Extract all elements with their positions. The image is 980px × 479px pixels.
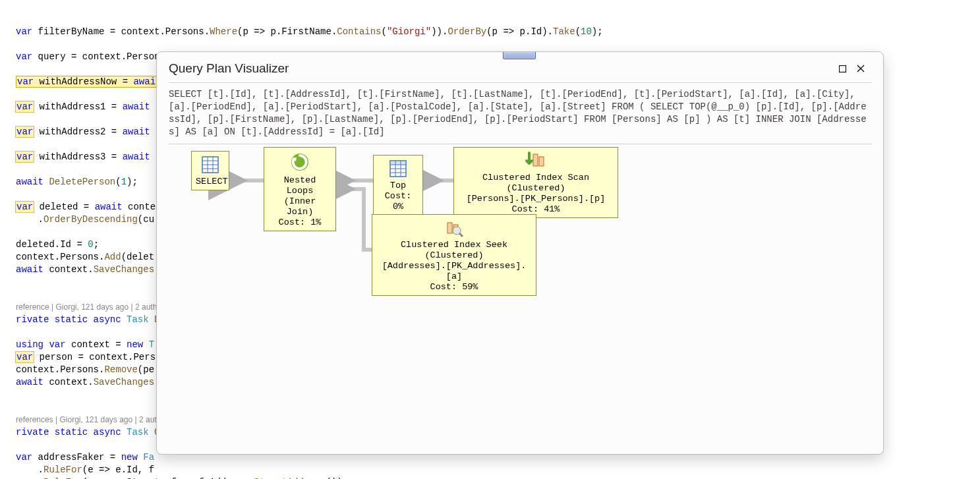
svg-rect-19 — [539, 157, 544, 166]
svg-rect-13 — [390, 161, 406, 165]
codelens[interactable]: reference | Giorgi, 121 days ago | 2 aut… — [16, 302, 170, 312]
svg-rect-0 — [839, 65, 846, 72]
codelens[interactable]: references | Giorgi, 121 days ago | 2 au… — [16, 415, 172, 424]
maximize-button[interactable] — [833, 63, 851, 74]
plan-node-label: Nested Loops — [284, 175, 316, 196]
execution-plan-canvas[interactable]: SELECT Nested Loops (Inner Join) Cost: 1… — [157, 144, 883, 329]
svg-rect-20 — [447, 223, 452, 233]
kw-var: var — [16, 26, 32, 37]
plan-node-index-seek[interactable]: Clustered Index Seek (Clustered) [Addres… — [372, 214, 536, 296]
plan-node-top[interactable]: Top Cost: 0% — [373, 155, 423, 215]
sql-text[interactable]: SELECT [t].[Id], [t].[AddressId], [t].[F… — [169, 82, 871, 144]
svg-line-23 — [459, 233, 463, 237]
table-icon — [201, 155, 219, 174]
table-icon — [389, 159, 407, 178]
index-scan-icon — [524, 152, 548, 170]
plan-node-select[interactable]: SELECT — [191, 151, 229, 190]
plan-node-label: SELECT — [196, 177, 228, 186]
loop-icon — [289, 152, 310, 173]
close-button[interactable] — [851, 63, 870, 74]
index-seek-icon — [442, 219, 466, 237]
close-icon — [857, 65, 865, 72]
popup-title: Query Plan Visualizer — [169, 61, 289, 76]
svg-rect-18 — [533, 154, 538, 166]
popup-pin-handle[interactable] — [503, 51, 536, 59]
plan-node-nested-loops[interactable]: Nested Loops (Inner Join) Cost: 1% — [264, 147, 336, 231]
query-plan-visualizer-popup[interactable]: Query Plan Visualizer SELECT [t].[Id], [… — [156, 51, 884, 455]
plan-node-index-scan[interactable]: Clustered Index Scan (Clustered) [Person… — [453, 147, 618, 218]
plan-node-label: Top — [390, 181, 406, 190]
plan-node-label: Clustered Index Seek (Clustered) — [401, 240, 507, 260]
plan-node-label: Clustered Index Scan (Clustered) — [482, 173, 589, 193]
highlighted-line: var withAddressNow = await — [16, 76, 162, 88]
maximize-icon — [839, 65, 846, 72]
